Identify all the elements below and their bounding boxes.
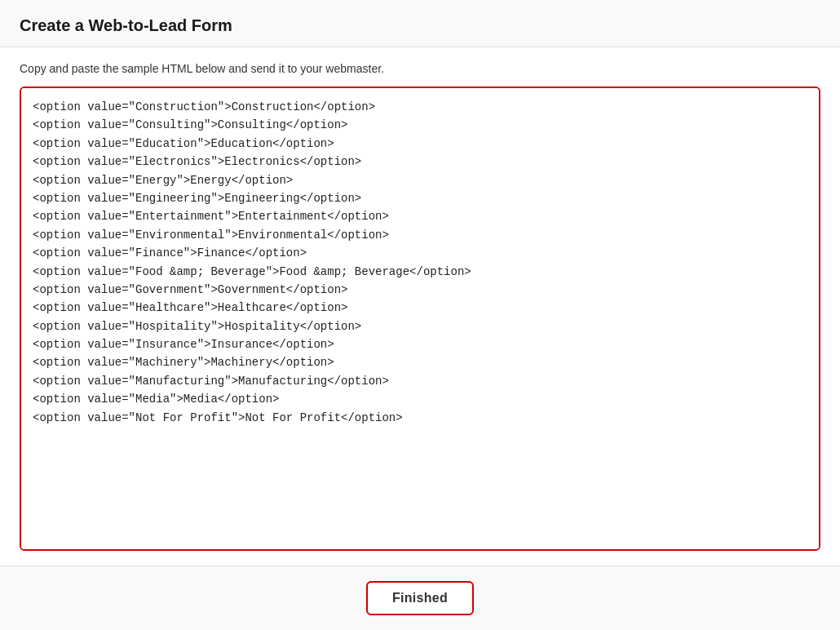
footer-section: Finished [0,566,840,630]
page-title: Create a Web-to-Lead Form [20,16,820,35]
code-box-wrapper: <option value="Construction">Constructio… [20,87,820,551]
instructions-text: Copy and paste the sample HTML below and… [20,62,820,75]
content-section: Copy and paste the sample HTML below and… [0,47,840,566]
header-section: Create a Web-to-Lead Form [0,0,840,47]
finished-button[interactable]: Finished [366,581,474,615]
html-code-textarea[interactable]: <option value="Construction">Constructio… [21,88,819,549]
page-container: Create a Web-to-Lead Form Copy and paste… [0,0,840,630]
